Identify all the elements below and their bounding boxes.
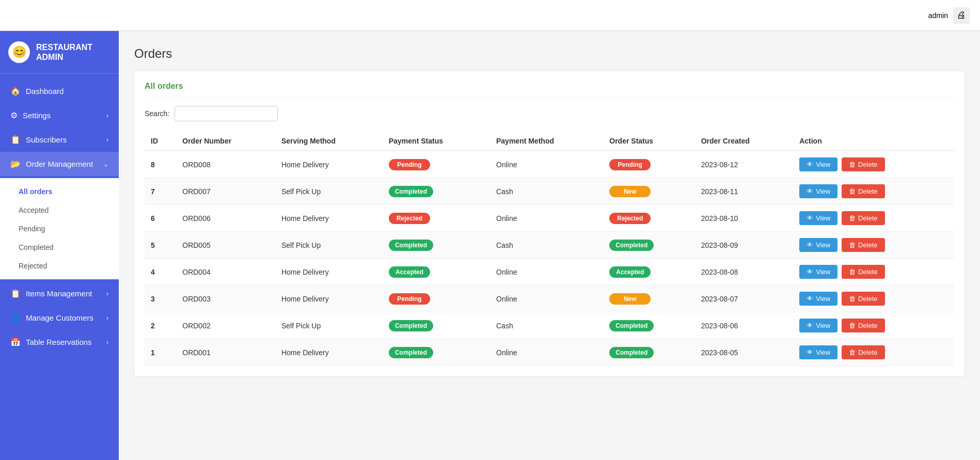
payment-status-badge: Completed (389, 240, 433, 251)
sidebar-item-dashboard[interactable]: 🏠 Dashboard (0, 79, 119, 103)
order-status-badge: Completed (609, 320, 654, 331)
cell-payment-status: Completed (383, 339, 490, 366)
submenu-item-accepted[interactable]: Accepted (0, 201, 119, 219)
order-status-badge: Accepted (609, 266, 651, 278)
cell-order-created: 2023-08-08 (695, 259, 793, 285)
order-status-badge: New (609, 186, 651, 197)
cell-action: 👁 View 🗑 Delete (793, 205, 954, 232)
view-button[interactable]: 👁 View (799, 292, 837, 306)
cell-id: 7 (145, 178, 176, 205)
cell-payment-status: Completed (383, 178, 490, 205)
delete-icon: 🗑 (849, 161, 856, 168)
admin-info: admin 🖨 (928, 7, 970, 24)
sidebar-item-table-reservations[interactable]: 📅 Table Reservations › (0, 330, 119, 354)
delete-button[interactable]: 🗑 Delete (842, 238, 885, 252)
delete-label: Delete (858, 187, 878, 195)
col-header-action: Action (793, 132, 954, 151)
table-row: 1 ORD001 Home Delivery Completed Online … (145, 339, 954, 366)
cell-order-status: New (603, 178, 694, 205)
cell-serving-method: Home Delivery (275, 151, 383, 178)
sidebar-item-order-management[interactable]: 📂 Order Management ⌄ (0, 152, 119, 176)
view-icon: 👁 (807, 214, 813, 222)
cell-payment-status: Pending (383, 285, 490, 312)
cell-order-status: Pending (603, 151, 694, 178)
sidebar-item-settings[interactable]: ⚙ Settings › (0, 103, 119, 128)
submenu-item-all-orders[interactable]: All orders (0, 182, 119, 201)
delete-icon: 🗑 (849, 348, 856, 356)
manage-customers-arrow: › (106, 314, 108, 322)
payment-status-badge: Accepted (389, 266, 430, 278)
delete-button[interactable]: 🗑 Delete (842, 211, 885, 225)
view-label: View (816, 241, 830, 249)
top-header: admin 🖨 (0, 0, 980, 31)
order-status-badge: Completed (609, 347, 654, 358)
view-button[interactable]: 👁 View (799, 238, 837, 252)
delete-label: Delete (858, 241, 878, 249)
sidebar-item-items-management[interactable]: 📋 Items Management › (0, 281, 119, 306)
cell-order-status: Rejected (603, 205, 694, 232)
cell-serving-method: Home Delivery (275, 205, 383, 232)
view-button[interactable]: 👁 View (799, 265, 837, 279)
accepted-label: Accepted (19, 206, 49, 214)
view-button[interactable]: 👁 View (799, 345, 837, 359)
sidebar-item-manage-customers[interactable]: 👤 Manage Customers › (0, 306, 119, 330)
cell-payment-method: Online (490, 205, 603, 232)
cell-payment-status: Accepted (383, 259, 490, 285)
main-content: Orders All orders Search: ID Order Numbe… (119, 31, 980, 460)
order-management-submenu: All orders Accepted Pending Completed Re… (0, 178, 119, 279)
table-head: ID Order Number Serving Method Payment S… (145, 132, 954, 151)
cell-order-status: Accepted (603, 259, 694, 285)
delete-label: Delete (858, 295, 878, 303)
rejected-label: Rejected (19, 262, 47, 270)
cell-id: 4 (145, 259, 176, 285)
payment-status-badge: Completed (389, 320, 433, 331)
cell-order-created: 2023-08-07 (695, 285, 793, 312)
delete-button[interactable]: 🗑 Delete (842, 184, 885, 198)
admin-icon: 🖨 (953, 7, 970, 24)
cell-payment-method: Cash (490, 312, 603, 339)
delete-button[interactable]: 🗑 Delete (842, 157, 885, 171)
delete-button[interactable]: 🗑 Delete (842, 265, 885, 279)
view-icon: 👁 (807, 241, 813, 249)
submenu-item-rejected[interactable]: Rejected (0, 257, 119, 275)
submenu-item-completed[interactable]: Completed (0, 238, 119, 257)
table-header-row: ID Order Number Serving Method Payment S… (145, 132, 954, 151)
payment-status-badge: Completed (389, 347, 433, 358)
col-header-order-number: Order Number (176, 132, 275, 151)
items-management-label: Items Management (26, 289, 92, 298)
search-bar: Search: (145, 106, 954, 121)
table-row: 7 ORD007 Self Pick Up Completed Cash New… (145, 178, 954, 205)
col-header-order-status: Order Status (603, 132, 694, 151)
printer-icon: 🖨 (957, 10, 966, 21)
submenu-item-pending[interactable]: Pending (0, 219, 119, 238)
settings-label: Settings (23, 111, 51, 120)
view-button[interactable]: 👁 View (799, 157, 837, 171)
delete-label: Delete (858, 322, 878, 329)
table-row: 3 ORD003 Home Delivery Pending Online Ne… (145, 285, 954, 312)
items-management-arrow: › (106, 290, 108, 297)
table-reservations-icon: 📅 (10, 337, 21, 347)
view-button[interactable]: 👁 View (799, 211, 837, 225)
delete-button[interactable]: 🗑 Delete (842, 345, 885, 359)
search-label: Search: (145, 109, 169, 118)
sidebar-brand: 😊 RESTAURANTADMIN (0, 31, 119, 74)
col-header-order-created: Order Created (695, 132, 793, 151)
sidebar-item-subscribers[interactable]: 📋 Subscribers › (0, 128, 119, 152)
view-button[interactable]: 👁 View (799, 184, 837, 198)
cell-payment-method: Online (490, 285, 603, 312)
delete-button[interactable]: 🗑 Delete (842, 319, 885, 332)
table-row: 8 ORD008 Home Delivery Pending Online Pe… (145, 151, 954, 178)
subscribers-label: Subscribers (26, 135, 67, 144)
search-input[interactable] (175, 106, 278, 121)
orders-table: ID Order Number Serving Method Payment S… (145, 132, 954, 366)
cell-id: 8 (145, 151, 176, 178)
settings-icon: ⚙ (10, 110, 18, 120)
delete-button[interactable]: 🗑 Delete (842, 292, 885, 306)
cell-payment-status: Completed (383, 312, 490, 339)
view-icon: 👁 (807, 161, 813, 168)
delete-icon: 🗑 (849, 214, 856, 222)
view-button[interactable]: 👁 View (799, 319, 837, 332)
cell-action: 👁 View 🗑 Delete (793, 339, 954, 366)
cell-action: 👁 View 🗑 Delete (793, 259, 954, 285)
view-label: View (816, 187, 830, 195)
